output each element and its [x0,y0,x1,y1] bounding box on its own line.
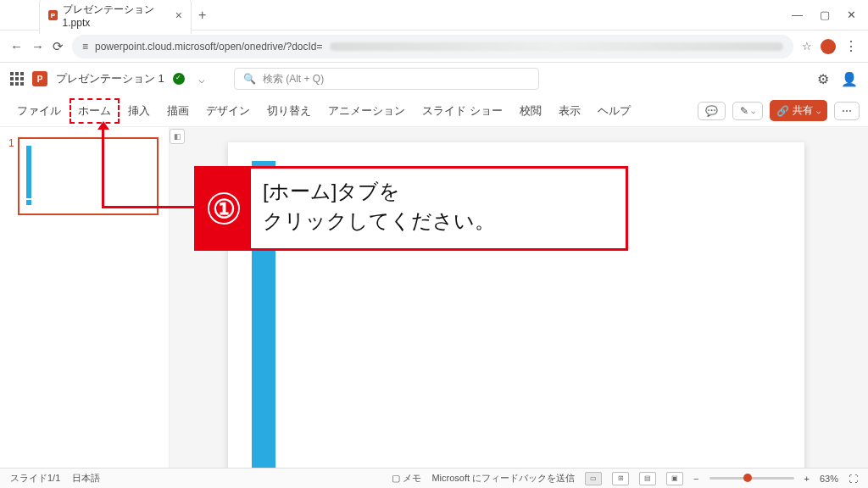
tab-animations[interactable]: アニメーション [320,98,414,124]
slide-number: 1 [8,137,14,215]
close-window-icon[interactable]: ✕ [847,8,856,21]
instruction-callout: ① [ホーム]タブを クリックしてください。 [194,166,628,251]
feedback-link[interactable]: Microsoft にフィードバックを送信 [431,472,575,485]
site-info-icon[interactable]: ≡ [82,41,88,53]
close-icon[interactable]: × [175,8,182,22]
profile-avatar[interactable] [821,39,836,54]
search-icon: 🔍 [243,73,256,85]
outline-toggle[interactable]: ◧ [170,129,185,144]
language-status[interactable]: 日本語 [72,472,100,485]
normal-view-button[interactable]: ▭ [585,472,602,485]
app-header: P プレゼンテーション 1 ⌵ 🔍 検索 (Alt + Q) ⚙ 👤 [0,63,868,95]
more-button[interactable]: ⋯ [834,102,860,120]
browser-tab[interactable]: P プレゼンテーション 1.pptx × [39,0,192,34]
window-controls: — ▢ ✕ [792,8,863,21]
thumb-decoration [26,146,31,198]
tab-review[interactable]: 校閲 [511,98,550,124]
slide-counter[interactable]: スライド1/1 [10,472,60,485]
url-redacted [330,42,783,51]
chevron-down-icon[interactable]: ⌵ [198,73,205,86]
powerpoint-logo-icon: P [32,71,47,86]
tab-transitions[interactable]: 切り替え [259,98,320,124]
browser-toolbar: ← → ⟳ ≡ powerpoint.cloud.microsoft/open/… [0,30,868,63]
address-bar[interactable]: ≡ powerpoint.cloud.microsoft/open/onedri… [72,35,793,58]
zoom-knob[interactable] [743,474,752,482]
bookmark-icon[interactable]: ☆ [802,40,812,53]
sorter-view-button[interactable]: ⊞ [612,472,629,485]
back-icon[interactable]: ← [10,39,23,53]
thumb-decoration [26,200,31,205]
reload-icon[interactable]: ⟳ [53,39,64,54]
editing-mode-button[interactable]: ✎ ⌵ [732,102,763,120]
zoom-out-button[interactable]: − [693,474,698,484]
url-text: powerpoint.cloud.microsoft/open/onedrive… [95,41,323,53]
fit-to-window-button[interactable]: ⛶ [849,474,858,484]
tab-title: プレゼンテーション 1.pptx [63,3,170,29]
search-placeholder: 検索 (Alt + Q) [263,72,324,86]
saved-icon [173,73,185,85]
ribbon: ファイル ホーム 挿入 描画 デザイン 切り替え アニメーション スライド ショ… [0,95,868,127]
new-tab-button[interactable]: + [198,8,206,23]
slide-panel: ◧ 1 [0,127,170,469]
zoom-slider[interactable] [709,477,794,480]
tab-view[interactable]: 表示 [550,98,589,124]
tab-draw[interactable]: 描画 [159,98,198,124]
tab-slideshow[interactable]: スライド ショー [414,98,511,124]
tab-help[interactable]: ヘルプ [589,98,639,124]
reading-view-button[interactable]: ▤ [639,472,656,485]
document-name[interactable]: プレゼンテーション 1 [56,71,164,86]
powerpoint-icon: P [48,10,58,20]
minimize-icon[interactable]: — [792,8,803,21]
tab-insert[interactable]: 挿入 [120,98,159,124]
account-icon[interactable]: 👤 [841,71,858,87]
slide-thumbnail[interactable] [18,137,159,215]
callout-number: ① [197,169,251,248]
browser-menu-icon[interactable]: ⋮ [844,38,858,54]
tab-home[interactable]: ホーム [70,98,120,124]
settings-icon[interactable]: ⚙ [817,71,829,87]
tab-file[interactable]: ファイル [8,98,70,124]
annotation-arrow [102,125,104,206]
share-label: 共有 [793,103,813,118]
callout-text: [ホーム]タブを クリックしてください。 [251,169,507,248]
tab-design[interactable]: デザイン [198,98,259,124]
browser-tabstrip: P プレゼンテーション 1.pptx × + — ▢ ✕ [0,0,868,30]
slideshow-view-button[interactable]: ▣ [666,472,683,485]
search-input[interactable]: 🔍 検索 (Alt + Q) [234,68,539,90]
notes-button[interactable]: ▢ メモ [392,472,421,485]
annotation-arrow [102,206,195,208]
app-launcher-icon[interactable] [10,72,24,86]
comments-button[interactable]: 💬 [698,102,726,120]
share-button[interactable]: 🔗 共有 ⌵ [770,100,827,121]
zoom-in-button[interactable]: + [804,474,810,484]
status-bar: スライド1/1 日本語 ▢ メモ Microsoft にフィードバックを送信 ▭… [0,468,868,488]
zoom-level[interactable]: 63% [820,474,838,484]
maximize-icon[interactable]: ▢ [820,8,830,21]
forward-icon[interactable]: → [31,39,44,53]
